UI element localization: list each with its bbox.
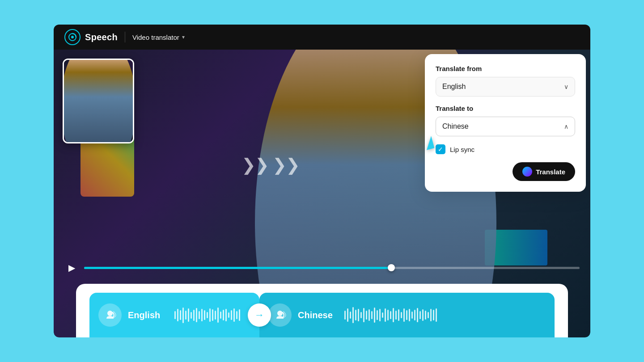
thumbnail-person: [64, 60, 133, 142]
translate-btn-icon: [522, 167, 532, 177]
chinese-audio-panel: Chinese: [259, 293, 555, 337]
bottom-audio-panels: English: [54, 293, 590, 337]
main-video-area: ❯❯ ❯❯ ▶ Translate from English ∨ Transla…: [54, 50, 590, 337]
translate-btn-label: Translate: [536, 168, 565, 176]
progress-fill: [84, 267, 391, 269]
lip-sync-label: Lip sync: [450, 146, 475, 153]
logo-icon: [64, 29, 80, 45]
translate-to-value: Chinese: [442, 122, 469, 130]
english-audio-icon-circle: [98, 303, 122, 327]
progress-handle[interactable]: [388, 264, 395, 271]
top-bar: Speech Video translator ▾: [54, 25, 590, 50]
progress-bar[interactable]: [84, 267, 580, 269]
forward-arrows-icon: ❯❯ ❯❯: [242, 155, 299, 175]
translate-button[interactable]: Translate: [513, 162, 575, 181]
play-icon: ▶: [68, 262, 75, 273]
checkbox-check-icon: ✓: [438, 146, 443, 153]
nav-chevron-icon: ▾: [182, 34, 185, 40]
chinese-waveform: [344, 306, 546, 324]
video-controls: ▶: [54, 261, 590, 275]
thumbnail-overlay: [63, 59, 134, 143]
speak-icon-2: [274, 309, 286, 321]
translate-from-label: Translate from: [436, 65, 575, 72]
header-divider: [125, 32, 125, 42]
chinese-audio-icon-circle: [268, 303, 292, 327]
arrow-icon: →: [254, 309, 264, 321]
english-waveform: [174, 306, 250, 324]
english-audio-label: English: [128, 310, 168, 320]
app-container: Speech Video translator ▾ ❯❯ ❯❯ ▶: [54, 25, 590, 337]
translation-panel: Translate from English ∨ Translate to Ch…: [425, 54, 586, 192]
lip-sync-row: ✓ Lip sync: [436, 144, 575, 154]
logo-text: Speech: [85, 32, 118, 42]
logo-area: Speech: [64, 29, 118, 45]
from-chevron-down-icon: ∨: [564, 83, 568, 90]
play-button[interactable]: ▶: [64, 261, 79, 275]
language-arrow-circle: →: [248, 303, 271, 327]
translate-from-value: English: [442, 83, 466, 91]
english-audio-panel: English: [89, 293, 259, 337]
lip-sync-checkbox[interactable]: ✓: [436, 144, 445, 154]
translate-from-dropdown[interactable]: English ∨: [436, 77, 575, 97]
chinese-audio-label: Chinese: [298, 310, 338, 320]
svg-point-2: [107, 311, 113, 316]
to-chevron-up-icon: ∧: [564, 123, 568, 130]
speak-icon: [104, 309, 116, 321]
nav-label: Video translator: [132, 34, 179, 41]
translate-to-dropdown[interactable]: Chinese ∧: [436, 117, 575, 136]
svg-point-3: [277, 311, 283, 316]
translate-to-label: Translate to: [436, 105, 575, 112]
svg-point-1: [71, 36, 74, 38]
nav-dropdown[interactable]: Video translator ▾: [132, 34, 185, 41]
